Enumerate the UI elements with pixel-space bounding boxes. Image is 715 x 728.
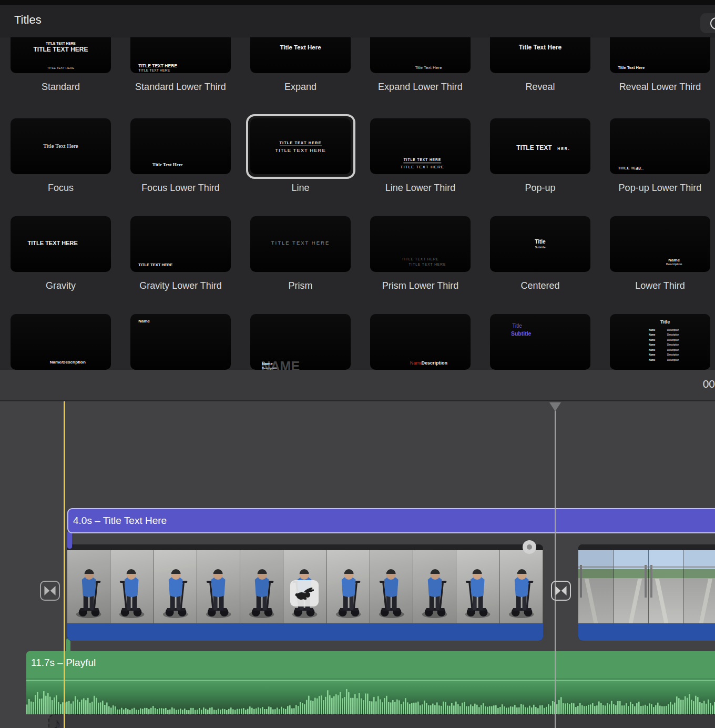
thumbnail-preview-text: Name	[649, 339, 655, 342]
thumbnail-preview-text: TITLE TEXT HERE	[408, 263, 446, 267]
thumbnail-preview-text: Title	[512, 323, 522, 329]
title-thumbnail[interactable]: TITLE TEXT HERE	[130, 216, 231, 272]
title-thumbnail[interactable]: TITLE TEXT HERE	[11, 216, 111, 272]
film-frame	[370, 550, 413, 623]
thumbnail-preview-text: Title Text Here	[152, 162, 183, 167]
title-thumbnail[interactable]: TITLE TEXTH E . .	[610, 118, 710, 174]
thumbnail-preview-text: TITLE TEXT HERE	[47, 66, 74, 69]
thumbnail-preview-text: Description	[667, 329, 679, 331]
title-item-label: Gravity Lower Third	[135, 280, 227, 292]
title-item-line-lower-third[interactable]: TITLE TEXT HERETITLE TEXT HERELine Lower…	[370, 118, 471, 174]
thumbnail-preview-text: Name	[262, 362, 272, 367]
title-item-label: Expand Lower Third	[374, 81, 466, 93]
title-thumbnail[interactable]: TitleSubtitle	[490, 314, 590, 370]
search-button[interactable]	[700, 13, 715, 33]
title-thumbnail[interactable]: NAMENameDescription	[250, 314, 351, 370]
thumbnail-preview-text: Title Text Here	[43, 143, 78, 148]
title-thumbnail[interactable]: TitleSubtitle	[490, 216, 590, 272]
audio-waveform	[26, 682, 715, 714]
title-item-pop-up[interactable]: TITLE TEXTH E R .Pop-up	[490, 118, 590, 174]
title-item-label: Centered	[494, 280, 586, 292]
title-item-lower-third[interactable]: NameDescriptionLower Third	[610, 216, 710, 272]
audio-clip-label: 11.7s – Playful	[26, 651, 715, 669]
skimmer-playhead[interactable]	[555, 402, 556, 728]
thumbnail-preview-text: Title Text Here	[415, 66, 442, 70]
title-item-row4-1[interactable]: Name/Description	[11, 314, 111, 370]
thumbnail-preview-text: Description	[421, 361, 447, 366]
title-thumbnail[interactable]: TITLE TEXT HERETITLE TEXT HERE	[370, 118, 471, 174]
thumbnail-preview-text: Name	[649, 344, 655, 347]
thumbnail-preview-text: TITLE TEXT HERE	[46, 42, 75, 46]
title-item-label: Expand	[254, 81, 346, 93]
timeline-ruler[interactable]: 00	[0, 370, 715, 401]
thumbnail-preview-text: TITLE TEXT HERE	[138, 68, 170, 72]
title-item-row4-4[interactable]: NameDescription	[370, 314, 471, 370]
thumbnail-preview-text: Subtitle	[511, 331, 532, 337]
thumbnail-preview-text: TITLE TEXT HERE	[279, 140, 321, 146]
playhead[interactable]	[64, 401, 65, 728]
thumbnail-preview-text: H E R .	[557, 147, 569, 150]
thumbnail-preview-text: Name	[649, 329, 655, 331]
title-item-row4-3[interactable]: NAMENameDescription	[250, 314, 351, 370]
thumbnail-preview-text: TITLE TEXT HERE	[271, 240, 330, 246]
rabbit-speed-icon[interactable]	[290, 580, 319, 606]
skimmer-triangle-icon	[549, 402, 561, 411]
title-thumbnail[interactable]: TITLE TEXT HERETITLE TEXT HERE	[250, 118, 351, 174]
title-thumbnail[interactable]: TITLE TEXT HERE	[250, 216, 351, 272]
title-item-centered[interactable]: TitleSubtitleCentered	[490, 216, 590, 272]
thumbnail-preview-text: TITLE TEXT HERE	[401, 165, 445, 169]
film-frame	[500, 550, 543, 623]
rabbit-glyph	[295, 586, 314, 601]
thumbnail-preview-text: Description	[667, 339, 679, 342]
title-thumbnail[interactable]: TITLE TEXT HERETITLE TEXT HERE	[370, 216, 471, 272]
title-thumbnail[interactable]: NameDescription	[370, 314, 471, 370]
title-item-prism-lower-third[interactable]: TITLE TEXT HERETITLE TEXT HEREPrism Lowe…	[370, 216, 471, 272]
thumbnail-preview-text: TITLE TEXT HERE	[402, 257, 439, 261]
title-item-label: Standard	[15, 81, 107, 93]
title-thumbnail[interactable]: Title Text Here	[130, 118, 231, 174]
title-item-gravity-lower-third[interactable]: TITLE TEXT HEREGravity Lower Third	[130, 216, 231, 272]
title-item-prism[interactable]: TITLE TEXT HEREPrism	[250, 216, 351, 272]
title-item-row4-5[interactable]: TitleSubtitle	[490, 314, 590, 370]
speed-range-bar[interactable]	[67, 544, 529, 550]
background-music-well[interactable]	[48, 714, 715, 728]
thumbnail-preview-text: Title Text Here	[519, 44, 562, 50]
thumbnail-preview-text: Title Text Here	[280, 45, 321, 52]
title-item-row4-6[interactable]: TitleNameDescriptionNameDescriptionNameD…	[610, 314, 710, 370]
title-thumbnail[interactable]: TitleNameDescriptionNameDescriptionNameD…	[610, 314, 710, 370]
speed-range-bar[interactable]	[578, 544, 715, 550]
title-item-focus-lower-third[interactable]: Title Text HereFocus Lower Third	[130, 118, 231, 174]
title-thumbnail[interactable]: Title Text Here	[11, 118, 111, 174]
title-thumbnail[interactable]: TITLE TEXTH E R .	[490, 118, 590, 174]
title-thumbnail[interactable]: Name/Description	[11, 314, 111, 370]
film-frame	[456, 550, 499, 623]
title-item-label: Reveal	[494, 81, 586, 93]
film-frame	[197, 550, 240, 623]
transition-icon-left[interactable]	[40, 581, 60, 601]
film-frame	[614, 550, 649, 623]
thumbnail-preview-text: Name	[410, 361, 423, 366]
thumbnail-preview-text: Name	[649, 354, 655, 357]
speed-handle-icon[interactable]	[523, 540, 536, 554]
title-item-pop-up-lower-third[interactable]: TITLE TEXTH E . .Pop-up Lower Third	[610, 118, 710, 174]
thumbnail-preview-text: TITLE TEXT HERE	[275, 148, 325, 154]
video-clip-2[interactable]	[578, 544, 715, 641]
thumbnail-preview-text: TITLE TEXT	[516, 145, 551, 151]
transition-icon-right[interactable]	[551, 581, 571, 601]
title-clip-label: 4.0s – Title Text Here	[73, 515, 167, 527]
title-item-row4-2[interactable]: Name	[130, 314, 231, 370]
thumbnail-preview-text: Title Text Here	[618, 66, 645, 70]
audio-clip[interactable]: 11.7s – Playful	[26, 651, 715, 714]
title-thumbnail[interactable]: NameDescription	[610, 216, 710, 272]
title-item-focus[interactable]: Title Text HereFocus	[11, 118, 111, 174]
title-item-label: Standard Lower Third	[135, 81, 227, 93]
title-item-line[interactable]: TITLE TEXT HERETITLE TEXT HERELine	[250, 118, 351, 174]
title-item-gravity[interactable]: TITLE TEXT HEREGravity	[11, 216, 111, 272]
title-item-label: Prism	[254, 280, 346, 292]
title-thumbnail[interactable]: Name	[130, 314, 231, 370]
thumbnail-preview-text: Name/Description	[50, 360, 86, 365]
thumbnail-preview-text: Title	[660, 319, 670, 324]
thumbnail-preview-text: Name	[138, 319, 150, 323]
title-clip-bar[interactable]: 4.0s – Title Text Here	[67, 508, 715, 533]
thumbnail-preview-text: TITLE TEXT HERE	[28, 240, 78, 246]
